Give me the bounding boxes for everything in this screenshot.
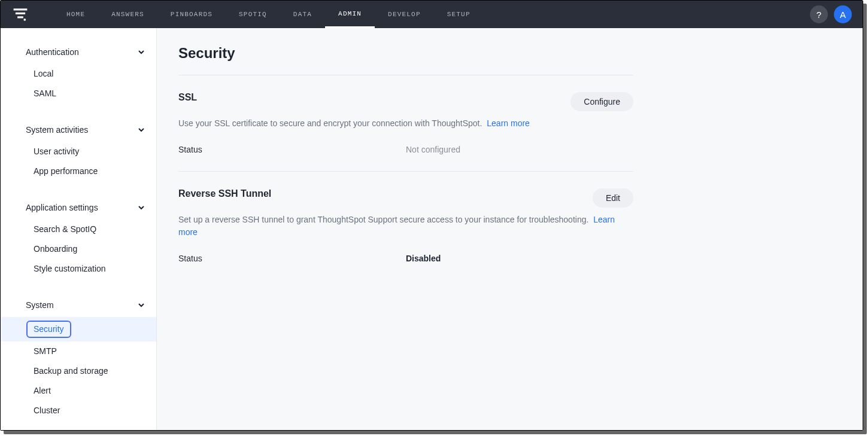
sidebar-item-search-spotiq[interactable]: Search & SpotIQ [1, 220, 156, 239]
sidebar-item-smtp[interactable]: SMTP [1, 342, 156, 361]
sidebar-header-system[interactable]: System [1, 295, 156, 315]
nav-home[interactable]: HOME [53, 1, 98, 28]
chevron-down-icon [138, 127, 144, 133]
learn-more-link[interactable]: Learn more [487, 118, 530, 128]
svg-rect-2 [17, 16, 23, 18]
top-nav: HOME ANSWERS PINBOARDS SPOTIQ DATA ADMIN… [1, 1, 863, 28]
sidebar-item-label: Security [26, 321, 71, 338]
sidebar-item-cluster[interactable]: Cluster [1, 401, 156, 420]
section-ssl: SSL Configure Use your SSL certificate t… [178, 75, 633, 171]
svg-point-3 [23, 19, 26, 21]
ssl-status-row: Status Not configured [178, 145, 633, 154]
nav-items: HOME ANSWERS PINBOARDS SPOTIQ DATA ADMIN… [53, 1, 484, 28]
nav-right: ? A [810, 5, 852, 23]
nav-answers[interactable]: ANSWERS [98, 1, 157, 28]
status-label: Status [178, 145, 406, 154]
sidebar-label: System activities [26, 125, 88, 135]
sidebar-header-application-settings[interactable]: Application settings [1, 198, 156, 217]
sidebar-item-local[interactable]: Local [1, 64, 156, 84]
ssh-description: Set up a reverse SSH tunnel to grant Tho… [178, 214, 633, 239]
ssl-description: Use your SSL certificate to secure and e… [178, 117, 633, 130]
sidebar-item-security[interactable]: Security [1, 317, 156, 342]
sidebar-label: System [26, 300, 54, 310]
sidebar-item-onboarding[interactable]: Onboarding [1, 239, 156, 259]
sidebar-group-application-settings: Application settings Search & SpotIQ Onb… [1, 198, 156, 279]
nav-develop[interactable]: DEVELOP [375, 1, 434, 28]
app-frame: HOME ANSWERS PINBOARDS SPOTIQ DATA ADMIN… [0, 0, 863, 431]
sidebar-header-authentication[interactable]: Authentication [1, 42, 156, 62]
chevron-down-icon [138, 49, 144, 55]
nav-data[interactable]: DATA [280, 1, 325, 28]
ssl-desc-text: Use your SSL certificate to secure and e… [178, 118, 482, 128]
chevron-down-icon [138, 205, 144, 211]
configure-button[interactable]: Configure [570, 92, 633, 111]
section-ssh: Reverse SSH Tunnel Edit Set up a reverse… [178, 171, 633, 280]
edit-button[interactable]: Edit [593, 188, 633, 208]
sidebar-group-system: System Security SMTP Backup and storage … [1, 295, 156, 420]
sidebar-item-backup-storage[interactable]: Backup and storage [1, 361, 156, 381]
nav-setup[interactable]: SETUP [434, 1, 484, 28]
ssh-title: Reverse SSH Tunnel [178, 188, 271, 199]
ssl-title: SSL [178, 92, 197, 103]
sidebar-item-style-customization[interactable]: Style customization [1, 259, 156, 279]
status-label: Status [178, 254, 406, 263]
chevron-down-icon [138, 302, 144, 308]
nav-spotiq[interactable]: SPOTIQ [226, 1, 280, 28]
sidebar-item-saml[interactable]: SAML [1, 84, 156, 103]
ssh-status-value: Disabled [406, 254, 441, 263]
page-title: Security [178, 45, 633, 62]
main-content: Security SSL Configure Use your SSL cert… [157, 28, 863, 430]
sidebar-header-system-activities[interactable]: System activities [1, 120, 156, 139]
sidebar-label: Application settings [26, 203, 98, 212]
help-button[interactable]: ? [810, 5, 828, 23]
avatar[interactable]: A [834, 5, 852, 23]
sidebar-item-app-performance[interactable]: App performance [1, 161, 156, 181]
sidebar: Authentication Local SAML System activit… [1, 28, 157, 430]
sidebar-group-system-activities: System activities User activity App perf… [1, 120, 156, 181]
logo-icon[interactable] [11, 5, 29, 23]
svg-rect-1 [16, 13, 25, 14]
sidebar-item-alert[interactable]: Alert [1, 381, 156, 401]
body: Authentication Local SAML System activit… [1, 28, 863, 430]
ssh-status-row: Status Disabled [178, 254, 633, 263]
ssh-desc-text: Set up a reverse SSH tunnel to grant Tho… [178, 215, 588, 224]
ssl-status-value: Not configured [406, 145, 460, 154]
sidebar-group-authentication: Authentication Local SAML [1, 42, 156, 103]
nav-pinboards[interactable]: PINBOARDS [157, 1, 226, 28]
svg-rect-0 [14, 8, 28, 10]
nav-admin[interactable]: ADMIN [325, 1, 375, 28]
sidebar-label: Authentication [26, 47, 79, 57]
sidebar-item-user-activity[interactable]: User activity [1, 142, 156, 161]
